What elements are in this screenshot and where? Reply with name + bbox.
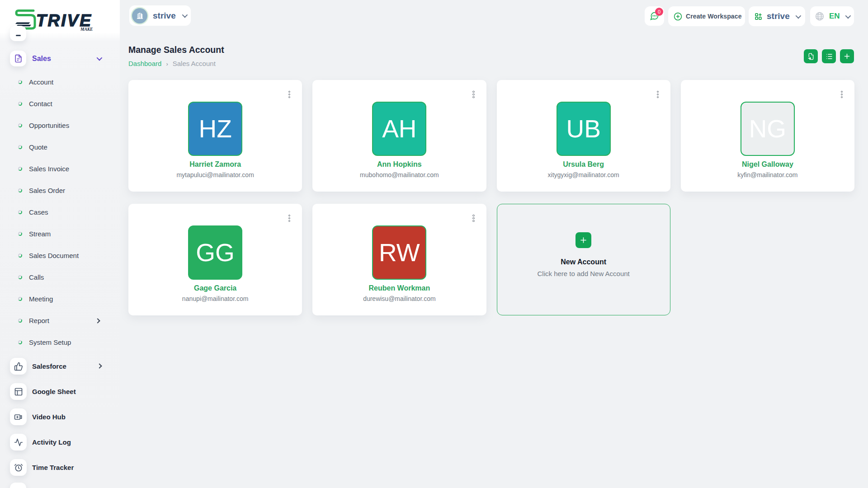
- svg-text:MAKE: MAKE: [80, 27, 93, 32]
